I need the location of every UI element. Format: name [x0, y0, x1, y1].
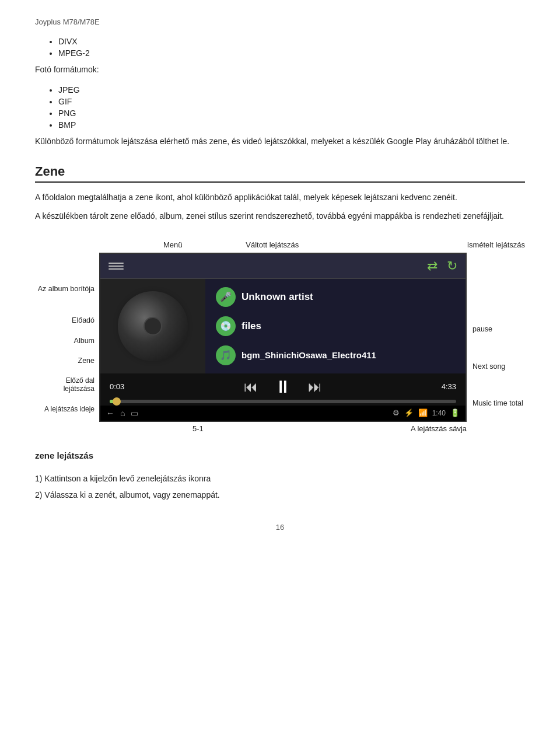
progress-bar[interactable]: [110, 400, 456, 403]
battery-icon: 🔋: [450, 408, 460, 417]
pause-button[interactable]: ⏸: [274, 377, 292, 397]
system-bar: ← ⌂ ▭ ⚙ ⚡ 📶 1:40 🔋: [100, 406, 466, 421]
page-number: 16: [276, 523, 284, 532]
video-format-list: DIVX MPEG-2: [58, 37, 525, 58]
album-row: 💿 files: [216, 316, 455, 336]
prev-button[interactable]: ⏮: [244, 379, 258, 395]
repeat-icon[interactable]: ↻: [447, 259, 457, 274]
label-music-time-group: Music time total: [473, 399, 525, 407]
left-labels: Az album borítója Előadó Album Zene Előz…: [35, 253, 99, 422]
label-ismetelt: ismételt lejátszás: [467, 240, 525, 249]
format-gif: GIF: [58, 97, 525, 106]
right-labels: pause Next song Music time total: [467, 253, 525, 422]
page-header: Joyplus M78/M78E: [35, 18, 525, 26]
player-main: 🎤 Unknown artist 💿 files 🎵: [100, 279, 466, 373]
step-2: 2) Válassza ki a zenét, albumot, vagy ze…: [35, 488, 525, 501]
format-divx: DIVX: [58, 37, 525, 46]
home-icon[interactable]: ⌂: [120, 408, 125, 418]
subsection: zene lejátszás 1) Kattintson a kijelzőn …: [35, 450, 525, 502]
label-menu: Menü: [163, 240, 183, 249]
disc-icon: 💿: [216, 316, 236, 336]
time-total: 4:33: [435, 382, 456, 391]
label-album-borito: Az album borítója: [35, 285, 94, 293]
menu-icon-area[interactable]: [108, 263, 124, 270]
artist-row: 🎤 Unknown artist: [216, 287, 455, 307]
label-lejtszas-savja: A lejátszás sávja: [411, 424, 467, 433]
label-album: Album: [35, 337, 94, 345]
photo-format-list: JPEG GIF PNG BMP: [58, 85, 525, 130]
player-diagram: Menü Váltott lejátszás ismételt lejátszá…: [35, 240, 525, 433]
section-divider: [35, 181, 525, 183]
label-51: 5-1: [192, 424, 204, 433]
shuffle-icon[interactable]: ⇄: [427, 259, 438, 274]
section-desc1: A főoldalon megtalálhatja a zene ikont, …: [35, 191, 525, 204]
player-info: 🎤 Unknown artist 💿 files 🎵: [205, 279, 466, 373]
system-time: 1:40: [432, 409, 446, 417]
music-player: ⇄ ↻ 🎤: [99, 253, 467, 422]
wifi-icon: 📶: [418, 408, 428, 417]
label-zene: Zene: [35, 357, 94, 365]
artist-name: Unknown artist: [242, 291, 313, 303]
label-elozo: Előző dal lejátszása: [35, 376, 94, 393]
format-jpeg: JPEG: [58, 85, 525, 95]
label-lejtszas-ideje: A lejátszás ideje: [35, 405, 94, 413]
control-buttons: ⏮ ⏸ ⏭: [131, 377, 435, 397]
player-topbar: ⇄ ↻: [100, 254, 466, 279]
format-mpeg2: MPEG-2: [58, 48, 525, 58]
album-name: files: [242, 320, 261, 332]
label-valtott: Váltott lejátszás: [246, 240, 299, 249]
section-title: Zene: [35, 164, 525, 179]
player-controls: 0:03 ⏮ ⏸ ⏭ 4:33: [100, 373, 466, 406]
progress-thumb[interactable]: [113, 397, 121, 406]
album-art: [100, 279, 205, 373]
intro-text: Különböző formátumok lejátszása elérhető…: [35, 135, 525, 148]
instructions: 1) Kattintson a kijelzőn levő zenelejáts…: [35, 472, 525, 502]
label-eloadó: Előadó: [35, 316, 94, 324]
time-current: 0:03: [110, 382, 131, 391]
subsection-title: zene lejátszás: [35, 450, 525, 460]
label-next: Next song: [473, 362, 525, 371]
recents-icon[interactable]: ▭: [131, 408, 138, 418]
song-name: bgm_ShinichiOsawa_Electro411: [242, 350, 376, 360]
usb-icon: ⚡: [404, 408, 414, 417]
progress-area[interactable]: [110, 400, 456, 403]
next-button[interactable]: ⏭: [308, 379, 322, 395]
settings-icon[interactable]: ⚙: [393, 408, 400, 417]
format-bmp: BMP: [58, 120, 525, 130]
back-icon[interactable]: ←: [106, 408, 114, 418]
mic-icon: 🎤: [216, 287, 236, 307]
format-png: PNG: [58, 109, 525, 118]
page-footer: 16: [35, 523, 525, 532]
photo-format-heading: Fotó formátumok:: [35, 64, 525, 76]
step-1: 1) Kattintson a kijelzőn levő zenelejáts…: [35, 472, 525, 485]
label-pause: pause: [473, 325, 525, 333]
song-row: 🎵 bgm_ShinichiOsawa_Electro411: [216, 345, 455, 365]
section-desc2: A készülékben tárolt zene előadó, album,…: [35, 209, 525, 222]
music-note-icon: 🎵: [216, 345, 236, 365]
